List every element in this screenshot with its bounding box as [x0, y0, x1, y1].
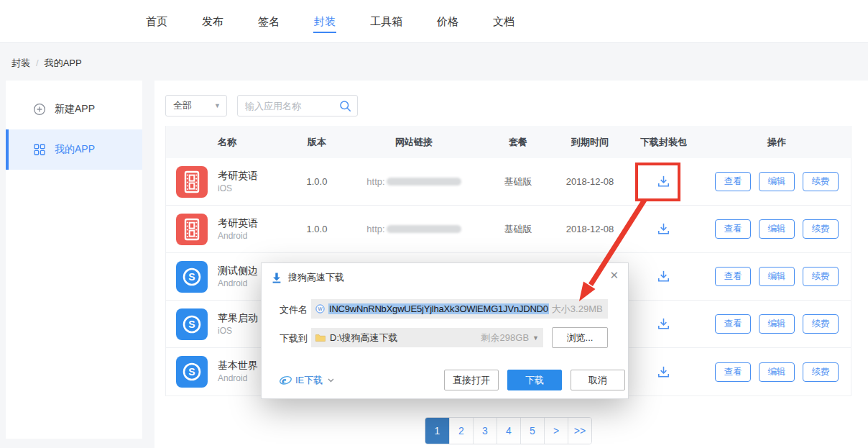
close-icon[interactable]: ✕ — [609, 270, 619, 280]
view-button[interactable]: 查看 — [715, 362, 751, 382]
pagination-wrap: 1 2 3 4 5 > >> — [165, 417, 851, 444]
renew-button[interactable]: 续费 — [803, 362, 839, 382]
top-nav: 首页 发布 签名 封装 工具箱 价格 文档 — [0, 0, 868, 43]
space-left: 剩余298GB — [481, 332, 529, 344]
filter-select-value: 全部 — [173, 99, 192, 112]
file-size: 大小3.29MB — [552, 303, 603, 316]
ie-download-label: IE下载 — [295, 374, 323, 387]
ie-download-dropdown[interactable]: e IE下载 — [280, 374, 334, 387]
breadcrumb-section[interactable]: 封装 — [11, 58, 30, 68]
nav-item-sign[interactable]: 签名 — [258, 0, 280, 43]
download-package-icon[interactable] — [653, 171, 675, 193]
plus-circle-icon — [33, 103, 46, 116]
breadcrumb-current: 我的APP — [45, 58, 82, 68]
app-packaging-page: 首页 发布 签名 封装 工具箱 价格 文档 封装/我的APP 新建APP 我的A… — [0, 0, 868, 448]
nav-item-docs[interactable]: 文档 — [493, 0, 514, 43]
edit-button[interactable]: 编辑 — [759, 267, 795, 286]
filter-select[interactable]: 全部 ▼ — [165, 95, 227, 116]
col-name: 名称 — [166, 136, 288, 149]
nav-item-home[interactable]: 首页 — [146, 0, 167, 43]
download-package-icon[interactable] — [653, 314, 675, 335]
chevron-down-icon — [328, 378, 334, 383]
edit-button[interactable]: 编辑 — [759, 362, 795, 382]
svg-text:S: S — [188, 366, 195, 378]
sidebar: 新建APP 我的APP — [6, 81, 142, 439]
svg-text:W: W — [318, 306, 323, 311]
nav-item-package[interactable]: 封装 — [314, 0, 336, 43]
sidebar-item-my-app[interactable]: 我的APP — [6, 129, 142, 170]
grid-icon — [33, 143, 46, 156]
page-2[interactable]: 2 — [449, 418, 473, 444]
search-input[interactable] — [245, 101, 339, 111]
file-type-icon: W — [315, 304, 325, 314]
app-name: 考研英语 — [218, 169, 288, 183]
edit-button[interactable]: 编辑 — [759, 172, 795, 191]
page-last-arrow[interactable]: >> — [568, 418, 591, 444]
app-plan: 基础版 — [482, 223, 554, 236]
film-app-icon — [176, 214, 208, 245]
cancel-button[interactable]: 取消 — [571, 370, 625, 390]
search-box — [237, 95, 358, 116]
table-header: 名称 版本 网站链接 套餐 到期时间 下载封装包 操作 — [166, 126, 851, 158]
app-name: 考研英语 — [218, 216, 288, 230]
table-row: 考研英语Android 1.0.0 http: 基础版 2018-12-08 查… — [166, 206, 851, 253]
app-link: http: — [346, 224, 482, 234]
search-icon[interactable] — [339, 100, 351, 112]
dest-field[interactable]: D:\搜狗高速下载 剩余298GB ▼ — [311, 328, 543, 347]
renew-button[interactable]: 续费 — [803, 314, 839, 334]
col-expiry: 到期时间 — [554, 136, 626, 149]
col-link: 网站链接 — [346, 136, 482, 149]
nav-item-price[interactable]: 价格 — [437, 0, 458, 43]
filename-label: 文件名 — [280, 303, 308, 316]
nav-item-publish[interactable]: 发布 — [202, 0, 223, 43]
pagination: 1 2 3 4 5 > >> — [425, 417, 592, 444]
page-next-arrow[interactable]: > — [544, 418, 568, 444]
renew-button[interactable]: 续费 — [803, 219, 839, 239]
open-directly-button[interactable]: 直接打开 — [444, 370, 499, 390]
browse-button[interactable]: 浏览... — [552, 327, 608, 348]
nav-item-toolbox[interactable]: 工具箱 — [370, 0, 402, 43]
view-button[interactable]: 查看 — [715, 172, 751, 191]
sidebar-item-new-app[interactable]: 新建APP — [6, 89, 142, 129]
col-download: 下载封装包 — [626, 136, 701, 149]
download-package-icon[interactable] — [653, 361, 675, 383]
blurred-url — [387, 178, 461, 186]
ie-icon: e — [280, 374, 292, 386]
download-dialog: 搜狗高速下载 ✕ 文件名 W INC9wNnRNbXgwUE5jYjlhaXk3… — [261, 262, 629, 399]
renew-button[interactable]: 续费 — [803, 267, 839, 286]
chevron-down-icon[interactable]: ▼ — [532, 334, 539, 342]
app-plan: 基础版 — [482, 175, 554, 188]
download-button[interactable]: 下载 — [507, 370, 562, 390]
page-next[interactable]: 5 — [520, 418, 544, 444]
col-version: 版本 — [288, 136, 346, 149]
renew-button[interactable]: 续费 — [803, 172, 839, 191]
sidebar-item-label: 新建APP — [55, 103, 95, 116]
page-4[interactable]: 4 — [497, 418, 520, 444]
col-actions: 操作 — [701, 136, 852, 149]
app-expiry: 2018-12-08 — [554, 224, 626, 234]
table-row: 考研英语iOS 1.0.0 http: 基础版 2018-12-08 查看 编辑… — [166, 158, 851, 206]
breadcrumb: 封装/我的APP — [11, 57, 82, 70]
filename-value: INC9wNnRNbXgwUE5jYjlhaXk3OWlEMG1JVnJDND0 — [328, 303, 549, 314]
download-package-icon[interactable] — [653, 219, 675, 240]
sogou-app-icon: S — [176, 261, 208, 293]
app-version: 1.0.0 — [288, 176, 346, 187]
sogou-app-icon: S — [176, 308, 208, 340]
dest-label: 下载到 — [280, 332, 308, 345]
blurred-url — [387, 225, 461, 233]
svg-text:S: S — [188, 271, 195, 283]
edit-button[interactable]: 编辑 — [759, 314, 795, 334]
filename-field[interactable]: W INC9wNnRNbXgwUE5jYjlhaXk3OWlEMG1JVnJDN… — [311, 299, 608, 319]
dest-path: D:\搜狗高速下载 — [330, 332, 398, 344]
folder-icon — [315, 334, 326, 342]
svg-text:e: e — [282, 375, 286, 385]
view-button[interactable]: 查看 — [715, 219, 751, 239]
dialog-title: 搜狗高速下载 — [288, 271, 344, 284]
download-package-icon[interactable] — [653, 266, 675, 288]
view-button[interactable]: 查看 — [715, 267, 751, 286]
page-1[interactable]: 1 — [425, 418, 449, 444]
app-platform: iOS — [218, 183, 288, 195]
view-button[interactable]: 查看 — [715, 314, 751, 334]
edit-button[interactable]: 编辑 — [759, 219, 795, 239]
page-3[interactable]: 3 — [473, 418, 497, 444]
